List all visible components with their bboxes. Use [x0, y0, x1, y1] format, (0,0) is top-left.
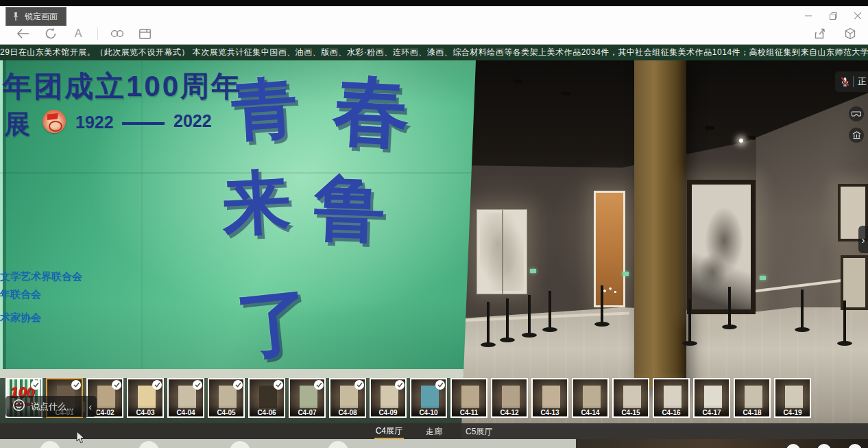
organizer-line: 年联合会 [0, 285, 82, 303]
side-panel-chevron[interactable]: › [858, 226, 868, 253]
chat-input-bar[interactable]: 说点什么... ‹ [5, 396, 97, 417]
scene-thumbnail[interactable]: C4-09 [370, 378, 407, 418]
close-button[interactable] [850, 10, 865, 22]
pill-partial-label: 正 [858, 75, 867, 88]
checkmark-icon [152, 380, 162, 390]
thumbnail-label: C4-07 [290, 409, 324, 416]
scene-thumbnail[interactable]: C4-04 [167, 378, 204, 418]
thumbnail-label: C4-19 [775, 409, 810, 416]
microphone-muted-pill[interactable]: 正 [835, 71, 868, 92]
scene-thumbnail[interactable]: C4-17 [693, 378, 730, 418]
stanchion-post [506, 298, 509, 340]
scene-thumbnail[interactable]: C4-15 [612, 378, 649, 418]
thumbnail-label: C4-12 [492, 409, 527, 416]
scene-thumbnail[interactable]: C4-12 [491, 378, 528, 418]
thumbnail-label: C4-13 [533, 409, 567, 416]
exhibit-label-card [623, 272, 629, 276]
window-layout-icon[interactable] [136, 25, 153, 42]
scene-thumbnail[interactable]: C4-18 [734, 378, 771, 418]
emoji-icon[interactable] [12, 399, 25, 414]
link-icon[interactable] [109, 25, 125, 42]
thumbnail-label: C4-09 [371, 409, 405, 416]
museum-map-button[interactable] [849, 128, 864, 143]
checkmark-icon [112, 380, 121, 390]
thumbnail-label: C4-06 [250, 409, 284, 416]
exhibit-label-card [530, 269, 536, 273]
tab-c4-hall[interactable]: C4展厅 [374, 424, 404, 439]
stanchion-post [843, 300, 846, 343]
checkmark-icon [354, 380, 364, 390]
scene-thumbnail[interactable]: C4-13 [531, 378, 568, 418]
chat-placeholder[interactable]: 说点什么... [31, 401, 80, 413]
scene-thumbnail[interactable]: C4-05 [208, 378, 245, 418]
bottom-strip-light [0, 439, 576, 448]
stanchion-post [728, 287, 731, 327]
scene-thumbnail[interactable]: C4-10 [410, 378, 447, 418]
chat-collapse-chevron-icon[interactable]: ‹ [88, 401, 92, 412]
calligraphy-char: 青 [229, 64, 301, 157]
thumbnail-label: C4-10 [411, 409, 446, 416]
stanchion-post [548, 291, 551, 329]
thumbnail-label: C4-14 [573, 409, 607, 416]
stanchion-post [601, 285, 603, 324]
banner-year-end: 2022 [173, 111, 212, 131]
scene-thumbnail[interactable]: C4-14 [572, 378, 609, 418]
3d-cube-icon[interactable] [842, 25, 858, 42]
track-light [513, 80, 522, 83]
font-size-button[interactable]: A [70, 25, 86, 42]
banner-title-line: 年团成立100周年 [3, 67, 242, 106]
checkmark-icon [193, 380, 202, 390]
tab-corridor[interactable]: 走廊 [424, 425, 444, 438]
scene-thumbnail[interactable]: C4-08 [329, 378, 366, 418]
gallery-column [634, 60, 686, 388]
thumbnail-label: C4-17 [695, 409, 729, 416]
toolbar-divider [97, 27, 98, 40]
thumbnail-label: C4-04 [169, 409, 203, 416]
tab-c5-hall[interactable]: C5展厅 [464, 425, 494, 438]
browser-chrome: A 锁定画面 [0, 6, 868, 45]
share-icon[interactable] [812, 25, 828, 42]
calligraphy-char: 了 [232, 271, 317, 378]
thumbnail-label: C4-08 [330, 409, 365, 416]
hall-tab-bar: C4展厅 走廊 C5展厅 [0, 423, 868, 439]
lock-screen-tooltip[interactable]: 锁定画面 [5, 7, 67, 26]
right-toolbar [812, 25, 858, 42]
title-bar [0, 0, 868, 6]
scene-thumbnail[interactable]: C4-07 [289, 378, 326, 418]
thumbnail-label: C4-11 [452, 409, 486, 416]
checkmark-icon [274, 380, 283, 390]
scene-thumbnail[interactable]: C4-11 [450, 378, 487, 418]
scene-thumbnail[interactable]: C4-19 [774, 378, 811, 418]
vr-mode-button[interactable] [849, 106, 864, 121]
banner-zhan-character: 展 [4, 107, 30, 142]
back-icon[interactable] [15, 25, 32, 42]
checkmark-icon [233, 380, 243, 390]
stanchion-post [801, 290, 804, 329]
scene-thumbnail[interactable]: C4-06 [248, 378, 285, 418]
banner-year-start: 1922 [75, 113, 114, 132]
scene-thumbnail[interactable]: C4-16 [653, 378, 690, 418]
organizer-line: 术家协会 [0, 309, 82, 327]
gallery-painting-large [687, 180, 756, 314]
spotlight-glare [739, 139, 743, 143]
scene-thumbnail[interactable]: C4-03 [127, 378, 164, 418]
calligraphy-char: 鲁 [313, 161, 387, 259]
thumbnail-label: C4-05 [209, 409, 243, 416]
minimize-button[interactable] [801, 10, 816, 22]
calligraphy-char: 春 [330, 60, 413, 166]
gallery-painting-diptych [477, 209, 527, 294]
checkmark-icon [435, 380, 445, 390]
maximize-button[interactable] [825, 10, 841, 22]
chat-divider [84, 401, 84, 412]
virtual-exhibition-window: 年团成立100周年 展 1922 2022 青 春 来 鲁 了 文学艺术界联合会… [0, 0, 868, 448]
stanchion-post [487, 302, 490, 344]
pill-divider [853, 76, 854, 87]
refresh-icon[interactable] [43, 25, 59, 42]
bottom-edge-strip [0, 439, 868, 448]
checkmark-icon [31, 380, 40, 390]
track-light [561, 92, 570, 95]
track-light [705, 126, 714, 130]
pin-icon [12, 12, 20, 21]
gallery-painting-orange [594, 191, 625, 307]
navigation-toolbar: A [15, 25, 153, 42]
